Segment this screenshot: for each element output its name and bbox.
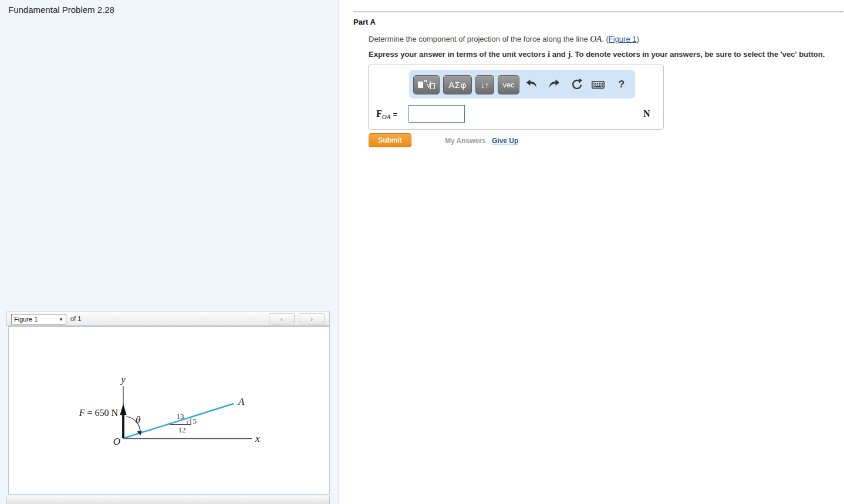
instruction-segment: and bbox=[550, 50, 568, 59]
part-a-heading: Part A bbox=[353, 18, 376, 26]
point-a-label: A bbox=[238, 396, 245, 407]
figure-prev-button[interactable]: ‹ bbox=[269, 313, 295, 324]
force-symbol: F bbox=[376, 109, 382, 119]
question-text: Determine the component of projection of… bbox=[369, 34, 639, 44]
figure-select[interactable]: Figure 1 ▼ bbox=[11, 314, 66, 324]
undo-button[interactable] bbox=[525, 77, 539, 92]
greek-symbols-button[interactable]: ΑΣφ bbox=[443, 75, 472, 94]
math-templates-button[interactable]: √ bbox=[413, 75, 440, 94]
redo-icon bbox=[547, 77, 561, 92]
figure-next-button[interactable]: › bbox=[299, 313, 325, 324]
figure-count-label: of 1 bbox=[70, 315, 81, 322]
filled-square-icon bbox=[418, 82, 423, 88]
instruction-text: Express your answer in terms of the unit… bbox=[369, 49, 825, 59]
slope-run-label: 12 bbox=[178, 425, 186, 434]
figure-diagram: y x O A θ F = 650 N 13 5 12 bbox=[9, 327, 329, 494]
slope-hyp-label: 13 bbox=[177, 412, 184, 421]
reset-icon bbox=[570, 77, 584, 92]
figure-canvas: y x O A θ F = 650 N 13 5 12 bbox=[8, 326, 330, 495]
question-segment: . ( bbox=[602, 35, 609, 43]
help-icon: ? bbox=[619, 79, 624, 90]
force-subscript: OA bbox=[382, 113, 391, 120]
figure-caption-strip bbox=[6, 496, 330, 504]
question-segment: Determine the component of projection of… bbox=[369, 35, 590, 43]
help-button[interactable]: ? bbox=[615, 77, 629, 92]
problem-panel: Fundamental Problem 2.28 Figure 1 ▼ of 1… bbox=[0, 0, 339, 504]
force-label: F = 650 N bbox=[79, 408, 119, 418]
right-angle-mark bbox=[187, 421, 191, 425]
y-axis-label: y bbox=[120, 374, 126, 385]
answer-box: √ ΑΣφ ↓↑ vec bbox=[368, 65, 664, 130]
keyboard-button[interactable] bbox=[591, 77, 605, 92]
part-panel: Part A Determine the component of projec… bbox=[339, 0, 844, 504]
answer-input[interactable] bbox=[409, 105, 465, 123]
problem-title: Fundamental Problem 2.28 bbox=[8, 5, 114, 15]
chevron-down-icon: ▼ bbox=[59, 317, 63, 322]
arrows-button[interactable]: ↓↑ bbox=[475, 75, 494, 94]
submit-button[interactable]: Submit bbox=[369, 133, 411, 147]
answer-unit: N bbox=[643, 109, 650, 119]
equation-toolbar: √ ΑΣφ ↓↑ vec bbox=[409, 70, 635, 99]
give-up-link[interactable]: Give Up bbox=[492, 137, 518, 145]
instruction-segment: . To denote vectors in your answers, be … bbox=[570, 50, 825, 59]
figure-toolbar: Figure 1 ▼ of 1 ‹ › bbox=[6, 312, 330, 326]
force-arrow-head bbox=[120, 404, 127, 415]
vec-button[interactable]: vec bbox=[498, 75, 519, 94]
question-segment: ) bbox=[637, 35, 639, 43]
chevron-right-icon: › bbox=[310, 314, 313, 323]
slope-rise-label: 5 bbox=[193, 417, 197, 425]
x-axis-label: x bbox=[255, 433, 260, 444]
keyboard-icon bbox=[591, 77, 605, 92]
instruction-segment: Express your answer in terms of the unit… bbox=[369, 50, 548, 59]
undo-icon bbox=[525, 77, 539, 92]
figure-select-value: Figure 1 bbox=[14, 316, 38, 323]
chevron-left-icon: ‹ bbox=[281, 314, 283, 323]
answer-label: FOA= bbox=[376, 109, 397, 120]
angle-label: θ bbox=[136, 414, 140, 425]
figure-1-link[interactable]: Figure 1 bbox=[609, 35, 637, 43]
redo-button[interactable] bbox=[547, 77, 561, 92]
line-oa-symbol: OA bbox=[590, 34, 602, 43]
part-divider bbox=[353, 11, 843, 12]
my-answers-button[interactable]: My Answers bbox=[445, 137, 486, 145]
origin-label: O bbox=[113, 436, 120, 447]
empty-box-icon bbox=[430, 83, 435, 89]
equals-sign: = bbox=[393, 110, 397, 119]
reset-button[interactable] bbox=[570, 77, 584, 92]
